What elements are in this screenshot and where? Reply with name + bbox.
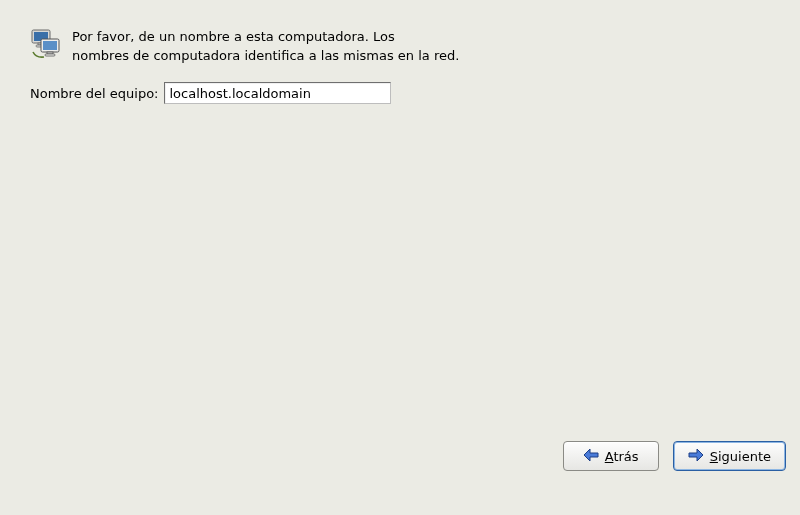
svg-rect-7 xyxy=(45,54,55,56)
header-desc-line1: Por favor, de un nombre a esta computado… xyxy=(72,28,459,47)
hostname-input[interactable] xyxy=(164,82,391,104)
next-button[interactable]: Siguiente xyxy=(673,441,786,471)
next-button-label: Siguiente xyxy=(710,449,771,464)
header-row: Por favor, de un nombre a esta computado… xyxy=(30,28,459,66)
back-button-label: Atrás xyxy=(605,449,639,464)
header-description: Por favor, de un nombre a esta computado… xyxy=(72,28,459,66)
arrow-left-icon xyxy=(583,448,599,465)
installer-hostname-step: Por favor, de un nombre a esta computado… xyxy=(0,0,800,515)
back-button[interactable]: Atrás xyxy=(563,441,659,471)
hostname-row: Nombre del equipo: xyxy=(30,82,391,104)
hostname-label: Nombre del equipo: xyxy=(30,86,158,101)
computer-network-icon xyxy=(30,28,64,63)
header-desc-line2: nombres de computadora identifica a las … xyxy=(72,47,459,66)
arrow-right-icon xyxy=(688,448,704,465)
svg-rect-5 xyxy=(43,41,57,50)
wizard-button-bar: Atrás Siguiente xyxy=(563,441,786,471)
